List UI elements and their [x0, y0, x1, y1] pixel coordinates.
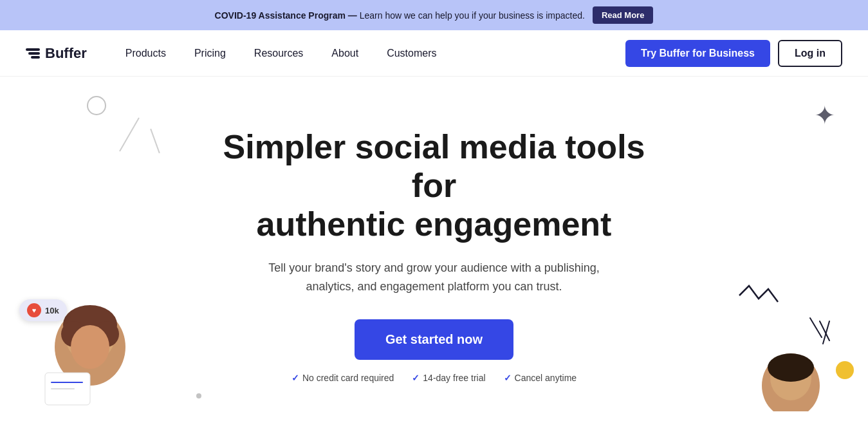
- navbar: Buffer Products Pricing Resources About …: [0, 30, 868, 77]
- circle-decoration: [87, 96, 106, 115]
- nav-links: Products Pricing Resources About Custome…: [113, 42, 625, 64]
- banner-bold-text: COVID-19 Assistance Program —: [215, 10, 357, 21]
- feature-no-credit-card: ✓ No credit card required: [291, 373, 394, 383]
- heart-icon: ♥: [27, 303, 41, 317]
- try-buffer-for-business-button[interactable]: Try Buffer for Business: [625, 40, 770, 67]
- banner-message: COVID-19 Assistance Program — Learn how …: [215, 10, 585, 21]
- announcement-banner: COVID-19 Assistance Program — Learn how …: [0, 0, 868, 30]
- svg-point-11: [768, 353, 814, 382]
- nav-item-about[interactable]: About: [319, 42, 371, 64]
- buffer-logo-icon: [26, 48, 40, 59]
- banner-normal-text: Learn how we can help you if your busine…: [357, 10, 585, 21]
- right-person-svg: [726, 283, 842, 411]
- logo-link[interactable]: Buffer: [26, 45, 87, 62]
- nav-item-customers[interactable]: Customers: [374, 42, 449, 64]
- nav-item-pricing[interactable]: Pricing: [181, 42, 239, 64]
- hero-subtitle: Tell your brand's story and grow your au…: [267, 259, 602, 296]
- social-count: 10k: [45, 306, 59, 315]
- star-decoration: ✦: [814, 102, 836, 128]
- right-person-illustration: [726, 283, 829, 411]
- feature-free-trial: ✓ 14-day free trial: [412, 373, 485, 383]
- feature-cancel-anytime: ✓ Cancel anytime: [504, 373, 577, 383]
- check-icon-3: ✓: [504, 373, 512, 383]
- log-in-button[interactable]: Log in: [778, 40, 842, 67]
- banner-read-more-button[interactable]: Read More: [593, 6, 653, 24]
- line-decoration-2: [150, 129, 160, 153]
- line-decoration-1: [119, 118, 140, 152]
- hero-section: ♥ 10k Simpler social media tools for aut…: [0, 77, 868, 411]
- nav-item-resources[interactable]: Resources: [241, 42, 316, 64]
- hero-title: Simpler social media tools for authentic…: [216, 128, 653, 243]
- nav-item-products[interactable]: Products: [113, 42, 179, 64]
- hero-features-list: ✓ No credit card required ✓ 14-day free …: [291, 373, 577, 383]
- logo-text: Buffer: [45, 45, 87, 62]
- yellow-dot-decoration: [836, 361, 854, 379]
- social-likes-badge: ♥ 10k: [19, 299, 67, 321]
- svg-point-5: [71, 325, 109, 369]
- check-icon-1: ✓: [291, 373, 299, 383]
- get-started-button[interactable]: Get started now: [355, 319, 513, 360]
- check-icon-2: ✓: [412, 373, 420, 383]
- dot-decoration: [196, 393, 201, 398]
- svg-line-13: [823, 321, 829, 344]
- nav-actions: Try Buffer for Business Log in: [625, 40, 842, 67]
